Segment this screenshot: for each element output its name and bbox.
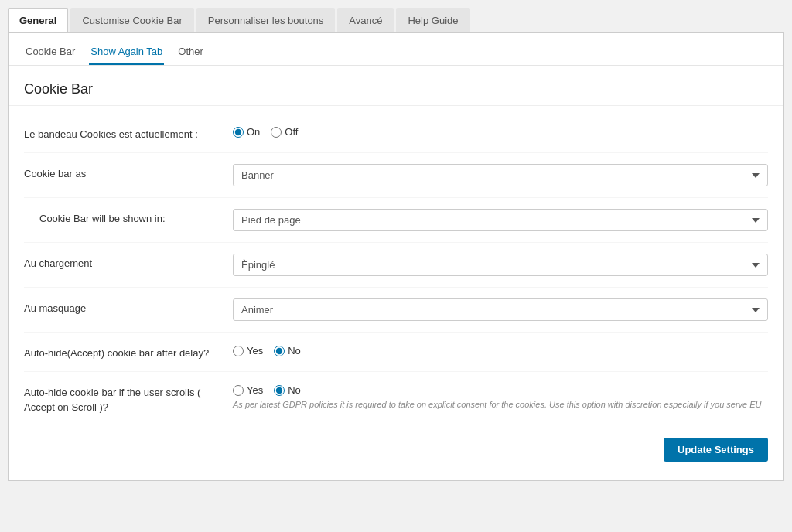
radio-group-auto-hide-delay: Yes No <box>233 343 768 356</box>
setting-label-auto-hide-delay: Auto-hide(Accept) cookie bar after delay… <box>24 343 233 360</box>
radio-scroll-yes-label: Yes <box>247 384 263 396</box>
setting-row-cookie-status: Le bandeau Cookies est actuellement : On… <box>24 114 768 153</box>
radio-off[interactable] <box>271 127 282 138</box>
radio-item-off[interactable]: Off <box>271 126 298 138</box>
setting-row-au-masquage: Au masquage Animer Fondu Immédiat <box>24 288 768 332</box>
radio-on-label: On <box>247 126 260 138</box>
radio-scroll-no-label: No <box>288 384 301 396</box>
auto-hide-scroll-hint: As per latest GDPR policies it is requir… <box>233 399 768 411</box>
radio-delay-no[interactable] <box>274 346 285 356</box>
setting-row-shown-in: Cookie Bar will be shown in: Pied de pag… <box>24 198 768 243</box>
setting-row-auto-hide-scroll: Auto-hide cookie bar if the user scrolls… <box>24 372 768 425</box>
setting-control-auto-hide-delay: Yes No <box>233 343 768 356</box>
section-title: Cookie Bar <box>9 66 783 106</box>
radio-delay-yes[interactable] <box>233 346 244 356</box>
radio-item-scroll-yes[interactable]: Yes <box>233 384 263 396</box>
radio-group-auto-hide-scroll: Yes No <box>233 383 768 396</box>
select-shown-in[interactable]: Pied de page En-tête Milieu <box>233 209 768 231</box>
setting-label-au-chargement: Au chargement <box>24 254 233 271</box>
tab-personnaliser-boutons[interactable]: Personnaliser les boutons <box>196 8 336 32</box>
main-tabs: General Customise Cookie Bar Personnalis… <box>8 8 784 33</box>
radio-item-delay-no[interactable]: No <box>274 345 301 356</box>
tab-general[interactable]: General <box>8 8 68 32</box>
footer-bar: Update Settings <box>9 425 783 465</box>
select-au-masquage[interactable]: Animer Fondu Immédiat <box>233 298 768 321</box>
radio-item-scroll-no[interactable]: No <box>274 384 301 396</box>
setting-label-shown-in: Cookie Bar will be shown in: <box>24 209 233 226</box>
sub-tab-show-again[interactable]: Show Again Tab <box>89 43 164 65</box>
tab-customise-cookie-bar[interactable]: Customise Cookie Bar <box>70 8 193 32</box>
main-panel: Cookie Bar Show Again Tab Other Cookie B… <box>8 33 784 481</box>
setting-control-au-masquage: Animer Fondu Immédiat <box>233 298 768 321</box>
setting-control-cookie-status: On Off <box>233 124 768 138</box>
setting-label-cookie-bar-as: Cookie bar as <box>24 164 233 181</box>
radio-on[interactable] <box>233 127 244 138</box>
setting-row-cookie-bar-as: Cookie bar as Banner Popup Widget <box>24 153 768 198</box>
sub-tab-other[interactable]: Other <box>176 43 205 65</box>
setting-label-au-masquage: Au masquage <box>24 298 233 315</box>
update-settings-button[interactable]: Update Settings <box>664 438 768 462</box>
select-au-chargement[interactable]: Èpinglé Glisser Fondu <box>233 254 768 276</box>
setting-control-auto-hide-scroll: Yes No As per latest GDPR policies it is… <box>233 383 768 411</box>
radio-scroll-no[interactable] <box>274 385 285 396</box>
tab-help-guide[interactable]: Help Guide <box>396 8 469 32</box>
radio-delay-no-label: No <box>288 345 301 356</box>
setting-label-cookie-status: Le bandeau Cookies est actuellement : <box>24 124 233 142</box>
tab-avance[interactable]: Avancé <box>337 8 394 32</box>
radio-group-cookie-status: On Off <box>233 124 768 138</box>
radio-item-on[interactable]: On <box>233 126 260 138</box>
setting-control-au-chargement: Èpinglé Glisser Fondu <box>233 254 768 276</box>
settings-container: Le bandeau Cookies est actuellement : On… <box>9 114 783 425</box>
setting-row-auto-hide-delay: Auto-hide(Accept) cookie bar after delay… <box>24 332 768 372</box>
radio-off-label: Off <box>285 126 298 138</box>
setting-label-auto-hide-scroll: Auto-hide cookie bar if the user scrolls… <box>24 383 233 414</box>
select-cookie-bar-as[interactable]: Banner Popup Widget <box>233 164 768 186</box>
radio-scroll-yes[interactable] <box>233 385 244 396</box>
setting-row-au-chargement: Au chargement Èpinglé Glisser Fondu <box>24 243 768 288</box>
radio-delay-yes-label: Yes <box>247 345 263 356</box>
setting-control-cookie-bar-as: Banner Popup Widget <box>233 164 768 186</box>
setting-control-shown-in: Pied de page En-tête Milieu <box>233 209 768 231</box>
radio-item-delay-yes[interactable]: Yes <box>233 345 263 356</box>
sub-tabs-bar: Cookie Bar Show Again Tab Other <box>9 33 783 66</box>
sub-tab-cookie-bar[interactable]: Cookie Bar <box>24 43 77 65</box>
